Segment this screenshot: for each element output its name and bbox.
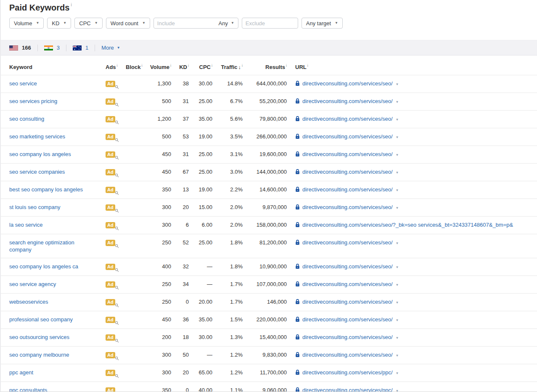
url-options-caret-icon[interactable]: ▼ [396,188,399,192]
country-tab-united-states[interactable]: 166 [9,45,31,51]
url-options-caret-icon[interactable]: ▼ [396,153,399,157]
url-link[interactable]: directiveconsulting.com/services/seo/ [302,80,393,87]
column-header-keyword[interactable]: Keyword [1,59,102,75]
word-count-filter-button[interactable]: Word count▼ [106,18,150,29]
ad-badge[interactable]: Ad [106,151,115,158]
keyword-link[interactable]: webseoservices [9,298,48,305]
keyword-link[interactable]: la seo service [9,221,42,228]
include-mode-dropdown[interactable]: Any▼ [219,20,238,26]
keyword-link[interactable]: seo company los angeles [9,151,71,158]
ad-badge[interactable]: Ad [106,263,115,270]
url-options-caret-icon[interactable]: ▼ [396,118,399,122]
url-options-caret-icon[interactable]: ▼ [396,336,399,340]
volume-cell: 1,300 [145,75,175,93]
url-cell: directiveconsulting.com/services/seo/▼ [290,311,537,329]
kd-filter-button[interactable]: KD▼ [47,18,71,29]
url-link[interactable]: directiveconsulting.com/services/seo/ [302,316,393,323]
ad-badge[interactable]: Ad [106,334,115,341]
url-link[interactable]: directiveconsulting.com/services/ppc/ [302,369,393,376]
cpc-cell: 40.00 [192,382,216,392]
url-link[interactable]: directiveconsulting.com/services/seo/ [302,263,393,270]
keyword-link[interactable]: st louis seo company [9,204,60,211]
keyword-link[interactable]: seo service [9,80,37,87]
url-link[interactable]: directiveconsulting.com/services/seo/ [302,299,393,305]
column-header-url[interactable]: URLi [290,59,537,75]
keyword-link[interactable]: best seo company los angeles [9,186,83,193]
cpc-filter-button[interactable]: CPC▼ [74,18,102,29]
url-options-caret-icon[interactable]: ▼ [396,82,399,86]
ad-badge[interactable]: Ad [106,387,115,392]
url-link[interactable]: directiveconsulting.com/services/seo/ [302,116,393,122]
keyword-link[interactable]: seo company melbourne [9,351,69,358]
url-options-caret-icon[interactable]: ▼ [396,318,399,322]
ad-badge[interactable]: Ad [106,80,115,87]
keyword-link[interactable]: seo services pricing [9,98,57,105]
ad-badge[interactable]: Ad [106,351,115,359]
ad-badge[interactable]: Ad [106,298,115,306]
url-options-caret-icon[interactable]: ▼ [396,135,399,139]
keyword-link[interactable]: ppc consultants [9,387,47,392]
ad-badge[interactable]: Ad [106,186,115,193]
ad-badge[interactable]: Ad [106,281,115,288]
url-options-caret-icon[interactable]: ▼ [396,265,399,269]
url-link[interactable]: directiveconsulting.com/services/seo/ [302,334,393,340]
url-link[interactable]: directiveconsulting.com/services/seo/ [302,151,393,157]
url-options-caret-icon[interactable]: ▼ [396,100,399,104]
column-header-cpc[interactable]: CPCi [192,59,216,75]
url-link[interactable]: directiveconsulting.com/services/seo/ [302,186,393,193]
results-cell: 9,830,000 [246,347,290,364]
ad-badge[interactable]: Ad [106,316,115,323]
keyword-link[interactable]: seo company los angeles ca [9,263,78,270]
url-link[interactable]: directiveconsulting.com/services/seo/ [302,352,393,358]
url-link[interactable]: directiveconsulting.com/services/seo/?_b… [302,222,513,228]
ad-badge[interactable]: Ad [106,369,115,376]
column-header-results[interactable]: Resultsi [246,59,290,75]
url-options-caret-icon[interactable]: ▼ [396,371,399,375]
url-options-caret-icon[interactable]: ▼ [396,283,399,287]
keyword-link[interactable]: ppc agent [9,369,33,376]
volume-filter-button[interactable]: Volume▼ [9,18,44,29]
keyword-link[interactable]: seo service companies [9,168,65,175]
ad-badge-label: Ad [106,204,115,211]
url-link[interactable]: directiveconsulting.com/services/seo/ [302,98,393,104]
url-link[interactable]: directiveconsulting.com/services/seo/ [302,169,393,175]
target-filter-button[interactable]: Any target▼ [302,18,343,29]
keyword-link[interactable]: seo service agency [9,281,56,288]
url-link[interactable]: directiveconsulting.com/services/seo/ [302,133,393,140]
keyword-link[interactable]: seo outsourcing services [9,334,69,341]
ad-badge[interactable]: Ad [106,221,115,229]
url-options-caret-icon[interactable]: ▼ [396,171,399,175]
keyword-link[interactable]: search engine optimization company [9,239,86,253]
url-link[interactable]: directiveconsulting.com/services/seo/ [302,281,393,287]
lock-icon [295,334,300,342]
exclude-input[interactable] [242,18,298,29]
ad-badge[interactable]: Ad [106,168,115,176]
keyword-link[interactable]: seo marketing services [9,133,65,140]
url-options-caret-icon[interactable]: ▼ [396,354,399,358]
ad-badge[interactable]: Ad [106,239,115,246]
url-link[interactable]: directiveconsulting.com/services/seo/ [302,204,393,210]
column-header-traffic[interactable]: Traffic↓i [216,59,246,75]
ad-badge[interactable]: Ad [106,133,115,140]
url-link[interactable]: directiveconsulting.com/services/seo/ [302,239,393,246]
ad-badge[interactable]: Ad [106,115,115,123]
more-countries-dropdown[interactable]: More▼ [101,45,120,51]
include-input[interactable] [154,20,219,26]
url-options-caret-icon[interactable]: ▼ [396,389,399,392]
country-tab-australia[interactable]: 1 [73,45,88,51]
keyword-link[interactable]: seo consulting [9,115,44,122]
column-header-volume[interactable]: Volumei [145,59,175,75]
ad-badge[interactable]: Ad [106,204,115,211]
column-header-kd[interactable]: KDi [175,59,192,75]
column-header-block[interactable]: Blocki [122,59,145,75]
country-tab-india[interactable]: 3 [44,45,60,51]
url-link[interactable]: directiveconsulting.com/services/ppc/ [302,387,393,392]
magnifier-icon [115,103,119,107]
url-options-caret-icon[interactable]: ▼ [396,241,399,245]
ads-cell: Ad [102,75,122,93]
column-header-ads[interactable]: Adsi [102,59,122,75]
ad-badge[interactable]: Ad [106,98,115,105]
url-options-caret-icon[interactable]: ▼ [396,301,399,305]
keyword-link[interactable]: professional seo company [9,316,73,323]
url-options-caret-icon[interactable]: ▼ [396,206,399,210]
